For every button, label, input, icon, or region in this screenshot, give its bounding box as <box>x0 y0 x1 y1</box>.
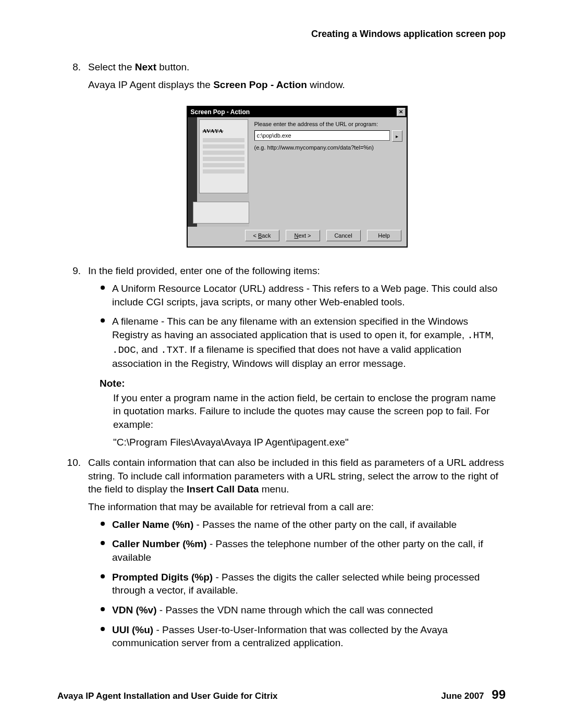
text: A filename - This can be any filename wi… <box>112 316 468 340</box>
text: menu. <box>259 484 289 495</box>
url-program-input[interactable] <box>254 130 390 141</box>
dialog-prompt-label: Please enter the address of the URL or p… <box>254 120 402 128</box>
note-example-path: "C:\Program Files\Avaya\Avaya IP Agent\i… <box>113 436 506 449</box>
text: Select the <box>88 61 135 72</box>
step-number: 10. <box>57 456 88 656</box>
footer-page-number: 99 <box>492 687 506 701</box>
cancel-button[interactable]: Cancel <box>326 230 361 241</box>
step8-line1: Select the Next button. <box>88 60 506 74</box>
note-label: Note: <box>100 377 506 390</box>
text: Calls contain information that can also … <box>88 457 504 495</box>
page-footer: Avaya IP Agent Installation and User Gui… <box>57 687 506 702</box>
bold-text: UUI (%u) <box>112 624 153 635</box>
brand-logo: AVAYA <box>200 120 248 136</box>
note-block: Note: If you enter a program name in the… <box>100 377 506 449</box>
list-item: UUI (%u) - Passes User-to-User-Informati… <box>100 623 506 650</box>
bold-text: Caller Number (%m) <box>112 538 207 549</box>
bold-text: Screen Pop - Action <box>213 79 307 90</box>
footer-date: June 2007 <box>441 691 484 701</box>
step9-intro: In the field provided, enter one of the … <box>88 264 506 278</box>
code-text: .TXT <box>161 344 185 356</box>
help-button[interactable]: Help <box>367 230 401 241</box>
list-item: Caller Number (%m) - Passes the telephon… <box>100 537 506 564</box>
list-item: A filename - This can be any filename wi… <box>100 315 506 371</box>
footer-doc-title: Avaya IP Agent Installation and User Gui… <box>57 691 278 701</box>
bold-text: VDN (%v) <box>112 604 157 615</box>
list-item: Caller Name (%n) - Passes the name of th… <box>100 518 506 532</box>
page-header: Creating a Windows application screen po… <box>57 29 506 40</box>
step-number: 8. <box>57 60 88 262</box>
dialog-title: Screen Pop - Action <box>191 108 250 116</box>
screen-pop-action-dialog: Screen Pop - Action ✕ AVAYA <box>187 106 408 248</box>
dialog-example-text: (e.g. http://www.mycompany.com/data?tel=… <box>254 144 402 152</box>
dialog-figure: Screen Pop - Action ✕ AVAYA <box>88 106 506 248</box>
close-icon[interactable]: ✕ <box>397 108 406 116</box>
back-button[interactable]: < Back <box>245 230 279 241</box>
bold-text: Next <box>135 61 156 72</box>
step-number: 9. <box>57 264 88 454</box>
text: - Passes the name of the other party on … <box>193 519 457 530</box>
code-text: .HTM <box>467 330 491 341</box>
page-body: 8. Select the Next button. Avaya IP Agen… <box>57 60 506 656</box>
step10-p1: Calls contain information that can also … <box>88 456 506 496</box>
text: - Passes the VDN name through which the … <box>157 604 433 615</box>
step10-p2: The information that may be available fo… <box>88 500 506 514</box>
note-text: If you enter a program name in the actio… <box>113 391 506 431</box>
bold-text: Prompted Digits (%p) <box>112 572 213 583</box>
text: button. <box>156 61 189 72</box>
bold-text: Insert Call Data <box>187 484 259 495</box>
list-item: Prompted Digits (%p) - Passes the digits… <box>100 571 506 597</box>
code-text: .DOC <box>112 344 136 356</box>
dialog-titlebar: Screen Pop - Action ✕ <box>188 107 407 117</box>
list-item: A Uniform Resource Locator (URL) address… <box>100 282 506 309</box>
text: , and <box>136 344 161 355</box>
text: window. <box>307 79 345 90</box>
text: , <box>491 329 494 340</box>
insert-call-data-arrow-button[interactable]: ▸ <box>392 130 402 142</box>
next-button[interactable]: Next > <box>286 230 320 241</box>
text: Avaya IP Agent displays the <box>88 79 213 90</box>
text: - Passes User-to-User-Information that w… <box>112 624 448 649</box>
step8-line2: Avaya IP Agent displays the Screen Pop -… <box>88 78 506 92</box>
bold-text: Caller Name (%n) <box>112 519 193 530</box>
dialog-sidebar-graphic: AVAYA <box>188 117 249 227</box>
list-item: VDN (%v) - Passes the VDN name through w… <box>100 603 506 617</box>
